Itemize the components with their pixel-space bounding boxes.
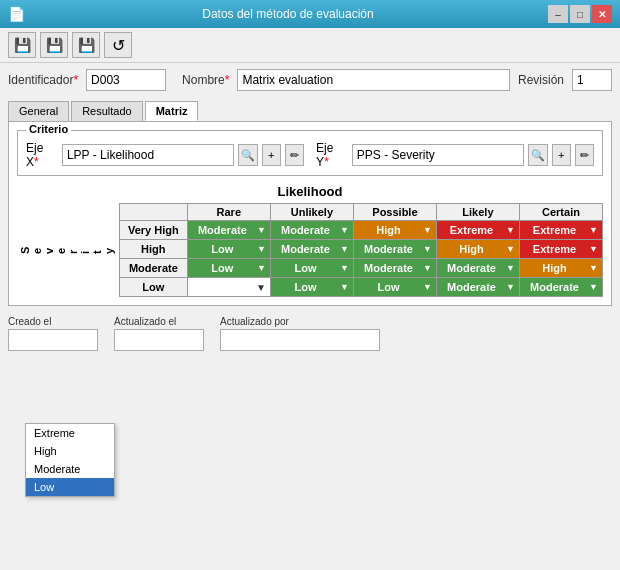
- cell-2-0[interactable]: Low▼: [187, 259, 270, 278]
- name-label: Nombre*: [182, 73, 229, 87]
- cell-1-2[interactable]: Moderate▼: [353, 240, 436, 259]
- tab-resultado[interactable]: Resultado: [71, 101, 143, 121]
- cell-0-1[interactable]: Moderate▼: [270, 221, 353, 240]
- dropdown-popup: Extreme High Moderate Low: [25, 423, 115, 497]
- cell-3-3[interactable]: Moderate▼: [436, 278, 519, 297]
- updated-by-field: Actualizado por: [220, 316, 380, 351]
- id-input[interactable]: [86, 69, 166, 91]
- matrix-row: ModerateLow▼Low▼Moderate▼Moderate▼High▼: [120, 259, 603, 278]
- criterio-group: Criterio Eje X* 🔍 + ✏ Eje Y* 🔍 + ✏: [17, 130, 603, 176]
- axis-x-search-button[interactable]: 🔍: [238, 144, 257, 166]
- cell-0-0[interactable]: Moderate▼: [187, 221, 270, 240]
- row-header-high: High: [120, 240, 188, 259]
- col-header-rare: Rare: [187, 204, 270, 221]
- cell-1-3[interactable]: High▼: [436, 240, 519, 259]
- axis-y-input[interactable]: [352, 144, 525, 166]
- close-button[interactable]: ✕: [592, 5, 612, 23]
- title-bar: 📄 Datos del método de evaluación – □ ✕: [0, 0, 620, 28]
- axis-x-edit-button[interactable]: ✏: [285, 144, 304, 166]
- row-header-very-high: Very High: [120, 221, 188, 240]
- bottom-form: Creado el Actualizado el Actualizado por: [0, 310, 620, 357]
- content-area: Criterio Eje X* 🔍 + ✏ Eje Y* 🔍 + ✏: [8, 121, 612, 306]
- updated-input[interactable]: [114, 329, 204, 351]
- cell-2-2[interactable]: Moderate▼: [353, 259, 436, 278]
- cell-2-4[interactable]: High▼: [519, 259, 602, 278]
- col-header-certain: Certain: [519, 204, 602, 221]
- dropdown-item-moderate[interactable]: Moderate: [26, 460, 114, 478]
- axis-y-group: Eje Y* 🔍 + ✏: [316, 141, 594, 169]
- name-input[interactable]: [237, 69, 510, 91]
- axis-y-edit-button[interactable]: ✏: [575, 144, 594, 166]
- axis-x-input[interactable]: [62, 144, 235, 166]
- cell-1-4[interactable]: Extreme▼: [519, 240, 602, 259]
- cell-1-0[interactable]: Low▼: [187, 240, 270, 259]
- dropdown-item-extreme[interactable]: Extreme: [26, 424, 114, 442]
- toolbar: 💾 💾 💾 ↺: [0, 28, 620, 63]
- matrix-title: Likelihood: [17, 184, 603, 199]
- criterio-legend: Criterio: [26, 123, 71, 135]
- cell-3-0[interactable]: ▼: [187, 278, 270, 297]
- axis-x-label: Eje X*: [26, 141, 58, 169]
- rev-input[interactable]: [572, 69, 612, 91]
- matrix-table-wrapper: Rare Unlikely Possible Likely Certain Ve…: [119, 203, 603, 297]
- cell-3-2[interactable]: Low▼: [353, 278, 436, 297]
- cell-0-2[interactable]: High▼: [353, 221, 436, 240]
- cell-3-4[interactable]: Moderate▼: [519, 278, 602, 297]
- tab-general[interactable]: General: [8, 101, 69, 121]
- created-input[interactable]: [8, 329, 98, 351]
- col-header-unlikely: Unlikely: [270, 204, 353, 221]
- save-button-1[interactable]: 💾: [8, 32, 36, 58]
- axis-y-search-button[interactable]: 🔍: [528, 144, 547, 166]
- minimize-button[interactable]: –: [548, 5, 568, 23]
- col-header-possible: Possible: [353, 204, 436, 221]
- save-button-3[interactable]: 💾: [72, 32, 100, 58]
- cell-0-3[interactable]: Extreme▼: [436, 221, 519, 240]
- created-field: Creado el: [8, 316, 98, 351]
- form-area: Identificador* Nombre* Revisión: [0, 63, 620, 101]
- rev-label: Revisión: [518, 73, 564, 87]
- row-header-moderate: Moderate: [120, 259, 188, 278]
- axis-y-label: Eje Y*: [316, 141, 348, 169]
- updated-by-label: Actualizado por: [220, 316, 380, 327]
- matrix-table: Rare Unlikely Possible Likely Certain Ve…: [119, 203, 603, 297]
- save-button-2[interactable]: 💾: [40, 32, 68, 58]
- updated-label: Actualizado el: [114, 316, 204, 327]
- updated-by-input[interactable]: [220, 329, 380, 351]
- tab-matriz[interactable]: Matriz: [145, 101, 199, 121]
- dropdown-item-high[interactable]: High: [26, 442, 114, 460]
- updated-field: Actualizado el: [114, 316, 204, 351]
- tabs: General Resultado Matriz: [0, 101, 620, 121]
- created-label: Creado el: [8, 316, 98, 327]
- cell-2-1[interactable]: Low▼: [270, 259, 353, 278]
- matrix-row: HighLow▼Moderate▼Moderate▼High▼Extreme▼: [120, 240, 603, 259]
- id-label: Identificador*: [8, 73, 78, 87]
- severity-label: Severity: [17, 203, 117, 297]
- axis-x-group: Eje X* 🔍 + ✏: [26, 141, 304, 169]
- window-title: Datos del método de evaluación: [28, 7, 548, 21]
- col-header-empty: [120, 204, 188, 221]
- axis-x-add-button[interactable]: +: [262, 144, 281, 166]
- col-header-likely: Likely: [436, 204, 519, 221]
- window-controls: – □ ✕: [548, 5, 612, 23]
- axis-y-add-button[interactable]: +: [552, 144, 571, 166]
- refresh-button[interactable]: ↺: [104, 32, 132, 58]
- cell-3-1[interactable]: Low▼: [270, 278, 353, 297]
- cell-2-3[interactable]: Moderate▼: [436, 259, 519, 278]
- dropdown-item-low[interactable]: Low: [26, 478, 114, 496]
- row-header-low: Low: [120, 278, 188, 297]
- maximize-button[interactable]: □: [570, 5, 590, 23]
- cell-1-1[interactable]: Moderate▼: [270, 240, 353, 259]
- cell-0-4[interactable]: Extreme▼: [519, 221, 602, 240]
- matrix-row: Very HighModerate▼Moderate▼High▼Extreme▼…: [120, 221, 603, 240]
- matrix-container: Severity Rare Unlikely Possible Likely C…: [17, 203, 603, 297]
- matrix-row: Low▼Low▼Low▼Moderate▼Moderate▼: [120, 278, 603, 297]
